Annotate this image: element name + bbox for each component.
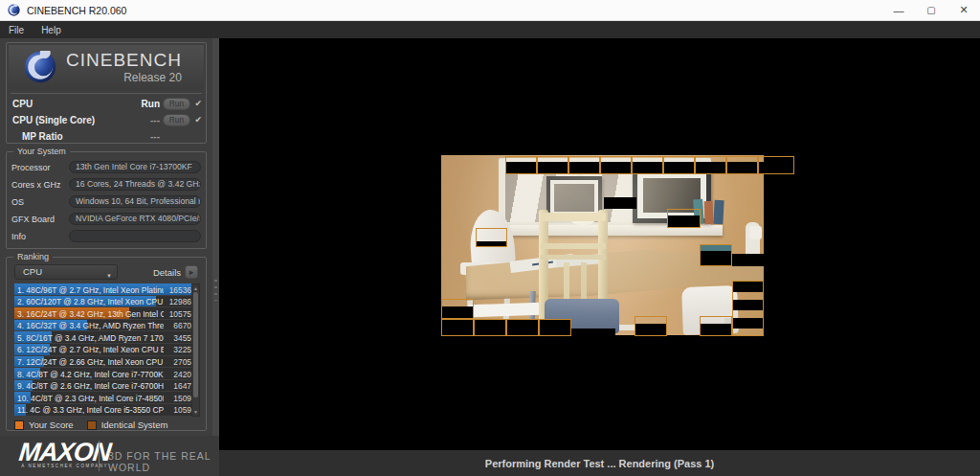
ranking-row-score: 3455 (173, 333, 191, 343)
scroll-down-icon[interactable]: ▼ (192, 409, 199, 415)
ranking-row[interactable]: 5. 8C/16T @ 3.4 GHz, AMD Ryzen 7 1700X E… (14, 331, 194, 343)
maxon-logo: MAXON A NEMETSCHEK COMPANY (19, 440, 111, 468)
ranking-list: 1. 48C/96T @ 2.7 GHz, Intel Xeon Platinu… (14, 283, 194, 417)
ranking-row[interactable]: 8. 4C/8T @ 4.2 GHz, Intel Core i7-7700K … (14, 368, 194, 379)
legend-swatch (14, 420, 24, 430)
ranking-row[interactable]: 4. 16C/32T @ 3.4 GHz, AMD Ryzen Threadri… (14, 320, 194, 331)
render-tile (441, 319, 474, 336)
ranking-row[interactable]: 2. 60C/120T @ 2.8 GHz, Intel Xeon CPU E7… (14, 296, 194, 307)
system-row-os: OSWindows 10, 64 Bit, Professional Editi… (11, 195, 201, 208)
render-tile (441, 299, 474, 319)
scrollbar-thumb[interactable] (193, 292, 198, 397)
ranking-row-score: 16536 (169, 285, 191, 295)
ranking-row-label: 9. 4C/8T @ 2.6 GHz, Intel Core i7-6700HQ… (17, 381, 164, 391)
brand-tagline: 3D FOR THE REAL WORLD (108, 450, 219, 473)
ranking-row[interactable]: 11. 4C @ 3.3 GHz, Intel Core i5-3550 CPU… (14, 404, 194, 416)
legend-your-score: Your Score (14, 419, 74, 430)
maximize-button[interactable]: ▢ (915, 0, 947, 20)
status-bar: Performing Render Test ... Rendering (Pa… (219, 450, 980, 476)
title-bar: CINEBENCH R20.060 —▢✕ (0, 0, 980, 21)
render-tile (505, 156, 537, 174)
ranking-row-label: 5. 8C/16T @ 3.4 GHz, AMD Ryzen 7 1700X E… (17, 333, 164, 343)
bench-label: MP Ratio (22, 131, 63, 142)
bench-value[interactable]: Run (142, 99, 160, 109)
ranking-row-score: 1509 (173, 394, 191, 403)
ranking-row-label: 2. 60C/120T @ 2.8 GHz, Intel Xeon CPU E7… (17, 297, 164, 306)
render-tile (600, 156, 632, 174)
ranking-row[interactable]: 3. 16C/24T @ 3.42 GHz, 13th Gen Intel Co… (14, 307, 194, 319)
ranking-filter-value: CPU (23, 266, 42, 277)
render-tile (571, 329, 615, 336)
logo-subtitle: Release 20 (66, 71, 182, 84)
cinebench-app-icon (8, 4, 20, 16)
render-tile (537, 156, 568, 174)
cinebench-logo-icon (24, 51, 56, 83)
system-field-info[interactable] (69, 230, 201, 242)
ranking-filter-dropdown[interactable]: CPU ▼ (14, 264, 118, 280)
system-field-os[interactable]: Windows 10, 64 Bit, Professional Edition… (69, 195, 201, 208)
window-controls: —▢✕ (882, 0, 980, 20)
ranking-row[interactable]: 1. 48C/96T @ 2.7 GHz, Intel Xeon Platinu… (14, 283, 194, 295)
system-field-gfx-board[interactable]: NVIDIA GeForce RTX 4080/PCIe/SSE2 (69, 213, 201, 225)
details-button[interactable]: ▸ (185, 265, 198, 279)
ranking-row-label: 4. 16C/32T @ 3.4 GHz, AMD Ryzen Threadri… (17, 321, 164, 330)
bench-label: CPU (Single Core) (12, 115, 95, 125)
ranking-row-label: 10. 4C/8T @ 2.3 GHz, Intel Core i7-4850H… (17, 394, 164, 403)
system-field-cores-x-ghz[interactable]: 16 Cores, 24 Threads @ 3.42 GHz (69, 178, 201, 191)
menu-help[interactable]: Help (33, 21, 70, 38)
ranking-row[interactable]: 7. 12C/24T @ 2.66 GHz, Intel Xeon CPU X5… (14, 356, 194, 368)
system-field-processor[interactable]: 13th Gen Intel Core i7-13700KF (69, 161, 201, 173)
render-tile (604, 197, 636, 209)
system-label: Info (11, 232, 69, 241)
render-tile (632, 156, 663, 174)
check-icon[interactable]: ✔ (194, 115, 202, 125)
render-viewport (219, 38, 980, 450)
ranking-scrollbar[interactable]: ▲ ▼ (191, 283, 200, 417)
ranking-row-score: 6670 (173, 321, 191, 330)
chevron-down-icon: ▼ (106, 269, 112, 283)
render-tile (568, 156, 600, 174)
run-button[interactable]: Run (163, 114, 190, 126)
render-tile (476, 228, 507, 247)
menu-file[interactable]: File (0, 21, 33, 38)
ranking-row-score: 1647 (173, 381, 191, 391)
ranking-row-score: 2420 (173, 370, 191, 379)
system-row-gfx-board: GFX BoardNVIDIA GeForce RTX 4080/PCIe/SS… (11, 213, 201, 225)
minimize-button[interactable]: — (882, 0, 915, 20)
ranking-row-label: 8. 4C/8T @ 4.2 GHz, Intel Core i7-7700K … (17, 370, 164, 379)
ranking-row-label: 11. 4C @ 3.3 GHz, Intel Core i5-3550 CPU (17, 405, 164, 415)
ranking-row-score: 10575 (169, 309, 191, 319)
window-title: CINEBENCH R20.060 (27, 5, 882, 16)
ranking-row-score: 3225 (173, 345, 191, 354)
ranking-row[interactable]: 10. 4C/8T @ 2.3 GHz, Intel Core i7-4850H… (14, 392, 194, 403)
status-text: Performing Render Test ... Rendering (Pa… (485, 458, 714, 469)
scroll-up-icon[interactable]: ▲ (192, 285, 199, 291)
ranking-row-score: 2705 (173, 357, 191, 367)
legend-label: Your Score (29, 419, 74, 430)
system-rows: Processor13th Gen Intel Core i7-13700KFC… (11, 161, 201, 247)
render-tile (506, 319, 539, 336)
render-tile (635, 316, 667, 336)
divider (11, 93, 202, 94)
render-tile (758, 156, 794, 174)
run-button[interactable]: Run (163, 98, 190, 110)
close-button[interactable]: ✕ (947, 0, 980, 20)
ranking-row-label: 1. 48C/96T @ 2.7 GHz, Intel Xeon Platinu… (17, 285, 164, 295)
ranking-row[interactable]: 9. 4C/8T @ 2.6 GHz, Intel Core i7-6700HQ… (14, 380, 194, 392)
render-tile (700, 316, 732, 336)
check-icon[interactable]: ✔ (194, 99, 202, 108)
bench-row-cpu-single-core: CPU (Single Core)---Run✔ (12, 113, 202, 129)
bench-row-cpu: CPURunRun✔ (12, 97, 202, 113)
render-tile (700, 244, 732, 266)
benchmark-group: CINEBENCH Release 20 CPURunRun✔CPU (Sing… (6, 42, 207, 144)
your-system-title: Your System (13, 147, 70, 156)
details-label: Details (153, 267, 181, 278)
system-row-cores-x-ghz: Cores x GHz16 Cores, 24 Threads @ 3.42 G… (11, 178, 201, 191)
render-tile (732, 281, 764, 336)
render-tile (474, 319, 506, 336)
legend-swatch (87, 420, 97, 430)
ranking-row[interactable]: 6. 12C/24T @ 2.7 GHz, Intel Xeon CPU E5-… (14, 344, 194, 355)
legend-label: Identical System (101, 419, 168, 430)
panel-splitter[interactable] (212, 38, 219, 436)
system-label: GFX Board (11, 215, 69, 224)
